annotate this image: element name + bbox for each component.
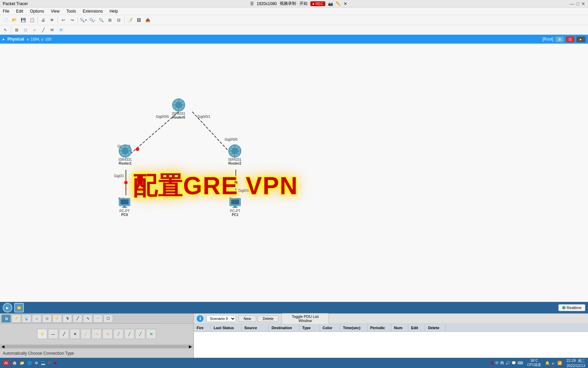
move-layout-btn[interactable]: ⊞ [13, 26, 21, 34]
viewport-btn3[interactable]: ▸ [576, 36, 585, 42]
conn-auto-btn[interactable]: ⚡ [37, 329, 47, 339]
conn-crossover-btn[interactable]: ✕ [70, 329, 80, 339]
close-recording-icon[interactable]: ✕ [344, 1, 347, 6]
scroll-left[interactable]: ◀ [1, 344, 4, 349]
device-type-btn-11[interactable]: ⬡ [103, 315, 113, 323]
menu-edit[interactable]: Edit [15, 8, 24, 14]
select-btn[interactable]: ↖ [1, 26, 10, 34]
zoom-in-btn[interactable]: 🔍+ [79, 16, 87, 24]
menu-extensions[interactable]: Extensions [81, 8, 104, 14]
redo-btn[interactable]: ↪ [68, 16, 76, 24]
terminal-icon[interactable]: 💻 [41, 361, 46, 365]
menu-file[interactable]: File [1, 8, 11, 14]
conn-coax-btn[interactable]: ╱ [124, 329, 134, 339]
ppt-icon[interactable]: P [48, 361, 51, 365]
router2-node[interactable]: ISR4331 Router2 [228, 144, 242, 165]
temp-value: 36°C [530, 359, 538, 363]
menu-tools[interactable]: Tools [65, 8, 77, 14]
new-pdu-button[interactable]: New [239, 315, 256, 322]
speaker-volume-icon[interactable]: 🔈 [551, 361, 556, 365]
wifi-icon[interactable]: 📶 [557, 361, 562, 365]
conn-serial-dce-btn[interactable]: ∿ [92, 329, 102, 339]
periodic-col: Periodic [368, 324, 391, 332]
conn-phone-btn[interactable]: ╱ [113, 329, 124, 339]
open-btn[interactable]: 📂 [10, 16, 18, 24]
scenario-select[interactable]: Scenario 0 [206, 315, 236, 322]
save-as-btn[interactable]: 📋 [28, 16, 36, 24]
mail2-btn[interactable]: 📧 [57, 26, 65, 34]
router1-node[interactable]: ISR4331 Router1 [118, 144, 132, 165]
conn-serial-dte-btn[interactable]: ∿ [102, 329, 113, 339]
viewport-btn2[interactable]: ⊡ [566, 36, 574, 42]
edit-icon[interactable]: ✏️ [336, 1, 341, 6]
conn-straight-btn[interactable]: ╱ [59, 329, 69, 339]
conn-wireless-btn[interactable]: ≋ [146, 329, 156, 339]
export-btn[interactable]: 📤 [144, 16, 152, 24]
scroll-right[interactable]: ▶ [189, 344, 192, 349]
device-type-btn-6[interactable]: ⚡ [52, 315, 62, 323]
notification-icon[interactable]: 🔔 [545, 361, 550, 365]
menu-view[interactable]: View [49, 8, 61, 14]
rec-dot: ● [312, 2, 315, 6]
fast-forward-button[interactable]: ⏩ [14, 303, 24, 312]
minimize-button[interactable]: — [570, 1, 574, 6]
delete-pdu-button[interactable]: Delete [258, 315, 279, 322]
rec-button[interactable]: ● REC [310, 1, 326, 6]
browser-icon[interactable]: 🌐 [27, 361, 32, 365]
print-btn[interactable]: 🖨 [39, 16, 47, 24]
num-col: Num [391, 324, 408, 332]
router0-node[interactable]: ISR4331 Router0 [172, 98, 185, 119]
device-type-btn-2[interactable]: ⚡ [12, 315, 21, 323]
router1-name: Router1 [119, 162, 132, 165]
zoom-reset-btn[interactable]: 🔍 [97, 16, 105, 24]
zoom-out-btn[interactable]: 🔍- [88, 16, 96, 24]
temp-indicator: 36°C CPU温度 [527, 359, 541, 367]
router1-icon [118, 144, 132, 158]
view-label[interactable]: Physical [7, 37, 24, 42]
camera-icon[interactable]: 📷 [328, 1, 333, 6]
menu-help[interactable]: Help [108, 8, 119, 14]
conn-console-btn[interactable]: — [48, 329, 58, 339]
settings-icon[interactable]: ⚙ [35, 361, 38, 365]
menu-options[interactable]: Options [29, 8, 45, 14]
undo-btn[interactable]: ↩ [59, 16, 67, 24]
annotation-btn[interactable]: 📝 [126, 16, 134, 24]
device-type-btn-8[interactable]: ╱ [73, 315, 82, 323]
device-type-btn-10[interactable]: ⋯ [93, 315, 103, 323]
conn-rollover-btn[interactable]: ╱ [81, 329, 91, 339]
hamburger-icon[interactable]: ☰ [250, 1, 254, 6]
device-type-btn-1[interactable]: 🖥 [1, 315, 11, 323]
layout-btn[interactable]: ⊟ [115, 16, 123, 24]
folder-icon[interactable]: 📁 [20, 361, 24, 365]
device-type-btn-3[interactable]: 📡 [22, 315, 31, 323]
device-type-btn-7[interactable]: ↯ [63, 315, 72, 323]
maximize-button[interactable]: □ [576, 1, 579, 6]
save-btn[interactable]: 💾 [19, 16, 27, 24]
main-canvas[interactable]: Gig0/0/0 Gig0/0/1 Gig0/0/0 Gig0/0/0 Gig0… [0, 44, 588, 302]
draw-ellipse-btn[interactable]: ○ [30, 26, 38, 34]
toggle-pdu-button[interactable]: Toggle PDU List Window [281, 313, 329, 324]
device-type-btn-5[interactable]: ◇ [42, 315, 52, 323]
conn-fiber-btn[interactable]: ╱ [135, 329, 145, 339]
new-file-btn[interactable]: 📄 [1, 16, 10, 24]
viewport-btn1[interactable]: ⊞ [555, 36, 564, 42]
device-type-btn-4[interactable]: ○ [32, 315, 42, 323]
record-icon[interactable]: ⏺ [53, 361, 57, 365]
draw-rect-btn[interactable]: □ [21, 26, 30, 34]
play-button[interactable]: ▶ [3, 303, 12, 312]
device-type-btn-9[interactable]: ∿ [83, 315, 93, 323]
pc0-node[interactable]: PC-PT PC0 [118, 197, 131, 217]
scrollbar-track[interactable] [4, 345, 189, 348]
realtime-button[interactable]: Realtime [558, 304, 585, 311]
sep5 [11, 27, 11, 33]
device-scrollbar[interactable]: ◀ ▶ [0, 344, 193, 349]
fit-btn[interactable]: ⊞ [106, 16, 114, 24]
mail-btn[interactable]: ✉ [48, 26, 56, 34]
home-icon[interactable]: 🏠 [12, 361, 17, 365]
print-preview-btn[interactable]: 👁 [48, 16, 56, 24]
close-button[interactable]: ✕ [581, 1, 585, 6]
pc1-node[interactable]: PC-PT PC1 [229, 197, 241, 217]
draw-line-btn[interactable]: ╱ [39, 26, 47, 34]
bg-btn[interactable]: 🖼 [135, 16, 143, 24]
source-col: Source [242, 324, 269, 332]
